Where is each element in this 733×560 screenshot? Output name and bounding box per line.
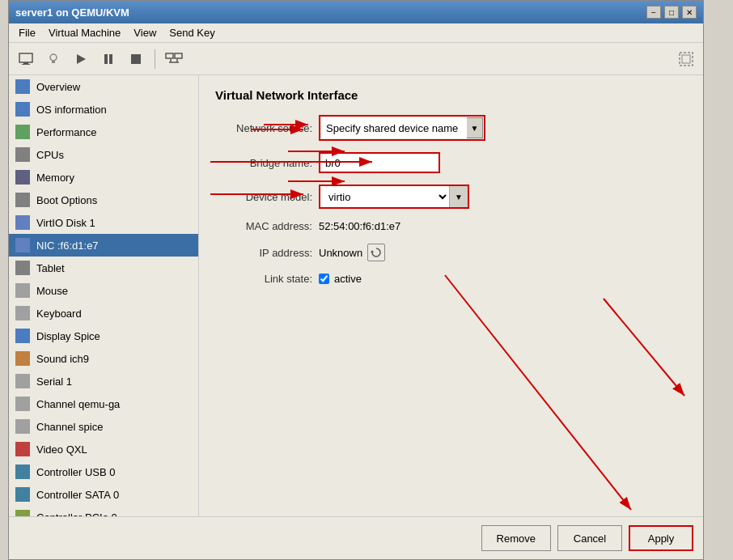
toolbar-info-button[interactable] (41, 48, 66, 70)
toolbar-play-button[interactable] (69, 48, 93, 70)
overview-icon (15, 79, 30, 94)
sata-icon (15, 487, 30, 502)
remove-button[interactable]: Remove (481, 525, 551, 551)
svg-marker-16 (371, 250, 374, 252)
network-source-dropdown-btn[interactable]: ▼ (467, 117, 483, 138)
channel-qemu-icon (15, 397, 30, 411)
keyboard-icon (15, 306, 30, 320)
close-button[interactable]: ✕ (682, 6, 697, 19)
bridge-name-label: Bridge name: (215, 157, 312, 169)
sound-icon (15, 351, 30, 366)
sidebar-item-overview[interactable]: Overview (9, 75, 198, 98)
performance-icon (15, 125, 30, 139)
svg-rect-6 (104, 54, 108, 64)
sidebar-label-serial: Serial 1 (36, 375, 72, 388)
toolbar-stop-button[interactable] (124, 48, 148, 70)
sidebar-item-tablet[interactable]: Tablet (9, 257, 198, 279)
sidebar-item-serial[interactable]: Serial 1 (9, 370, 198, 392)
link-state-row: Link state: active (215, 273, 687, 285)
link-state-container: active (319, 273, 362, 285)
sidebar-item-channel-spice[interactable]: Channel spice (9, 415, 198, 438)
sidebar-label-cpus: CPUs (36, 149, 64, 161)
sidebar-label-boot: Boot Options (36, 194, 97, 206)
maximize-button[interactable]: □ (664, 6, 679, 19)
apply-button[interactable]: Apply (629, 525, 693, 551)
minimize-button[interactable]: − (646, 6, 661, 19)
mac-address-label: MAC address: (215, 220, 312, 232)
display-icon (15, 329, 30, 343)
device-model-label: Device model: (215, 191, 312, 203)
sidebar-item-performance[interactable]: Performance (9, 121, 198, 143)
sidebar-item-controller-sata[interactable]: Controller SATA 0 (9, 483, 198, 506)
content-area: Virtual Network Interface Network source… (199, 75, 703, 516)
window-title: server1 on QEMU/KVM (15, 6, 129, 19)
device-model-dropdown-btn[interactable]: ▼ (450, 186, 468, 207)
sidebar-item-boot-options[interactable]: Boot Options (9, 189, 198, 211)
device-model-select[interactable]: virtio (320, 186, 450, 207)
lightbulb-icon (46, 52, 61, 66)
link-state-checkbox[interactable] (319, 274, 329, 284)
menu-view[interactable]: View (127, 25, 163, 40)
video-icon (15, 442, 30, 456)
svg-line-20 (604, 299, 684, 396)
sidebar-label-video: Video QXL (36, 443, 87, 456)
svg-point-3 (50, 54, 57, 61)
cancel-button[interactable]: Cancel (557, 525, 622, 551)
svg-rect-14 (680, 53, 693, 66)
pause-icon (103, 53, 114, 65)
toolbar-pause-button[interactable] (96, 48, 121, 70)
nic-icon (15, 238, 30, 252)
ip-refresh-button[interactable] (367, 244, 385, 261)
toolbar-monitor-button[interactable] (14, 48, 38, 70)
usb-icon (15, 465, 30, 479)
sidebar-label-display: Display Spice (36, 330, 100, 342)
toolbar-migrate-button[interactable] (162, 48, 186, 70)
svg-rect-8 (131, 54, 141, 64)
menu-file[interactable]: File (12, 25, 42, 40)
svg-rect-10 (175, 53, 182, 58)
mac-address-row: MAC address: 52:54:00:f6:d1:e7 (215, 220, 687, 232)
sidebar-item-controller-usb[interactable]: Controller USB 0 (9, 460, 198, 483)
toolbar-fullscreen-button[interactable] (674, 48, 698, 70)
sidebar-item-mouse[interactable]: Mouse (9, 279, 198, 302)
sidebar-item-channel-qemu[interactable]: Channel qemu-ga (9, 392, 198, 415)
device-model-container: virtio ▼ (319, 185, 469, 209)
svg-rect-9 (166, 53, 173, 58)
bridge-name-row: Bridge name: (215, 152, 687, 173)
sidebar-item-display-spice[interactable]: Display Spice (9, 325, 198, 347)
sidebar-item-nic[interactable]: NIC :f6:d1:e7 (9, 234, 198, 257)
bottom-bar: Remove Cancel Apply (9, 516, 703, 559)
sidebar-label-overview: Overview (36, 81, 80, 93)
sidebar-item-virtio-disk[interactable]: VirtIO Disk 1 (9, 211, 198, 234)
sidebar-item-controller-pcie[interactable]: Controller PCIe 0 (9, 506, 198, 516)
sidebar-item-os-info[interactable]: OS information (9, 98, 198, 121)
svg-rect-4 (52, 61, 55, 63)
menu-virtual-machine[interactable]: Virtual Machine (42, 25, 127, 40)
fullscreen-icon (679, 52, 693, 66)
link-state-label: Link state: (215, 273, 312, 285)
play-icon (75, 53, 87, 65)
channel-spice-icon (15, 419, 30, 434)
sidebar-label-sound: Sound ich9 (36, 353, 89, 365)
sidebar-item-video-qxl[interactable]: Video QXL (9, 438, 198, 460)
device-model-row: Device model: virtio ▼ (215, 185, 687, 209)
sidebar: Overview OS information Performance CPUs… (9, 75, 199, 516)
menu-send-key[interactable]: Send Key (163, 25, 221, 40)
content-wrapper: Virtual Network Interface Network source… (215, 88, 687, 285)
sidebar-item-sound[interactable]: Sound ich9 (9, 347, 198, 370)
menu-bar: File Virtual Machine View Send Key (9, 23, 703, 43)
sidebar-item-memory[interactable]: Memory (9, 166, 198, 189)
sidebar-item-cpus[interactable]: CPUs (9, 143, 198, 166)
bridge-name-input[interactable] (319, 152, 440, 173)
sidebar-label-keyboard: Keyboard (36, 308, 82, 320)
network-source-select[interactable]: Specify shared device name (321, 117, 467, 138)
sidebar-label-sata: Controller SATA 0 (36, 489, 119, 501)
sidebar-label-nic: NIC :f6:d1:e7 (36, 240, 99, 252)
pcie-icon (15, 510, 30, 516)
sidebar-label-os-info: OS information (36, 104, 107, 116)
toolbar (9, 43, 703, 75)
sidebar-item-keyboard[interactable]: Keyboard (9, 302, 198, 325)
network-source-dropdown-container: Specify shared device name ▼ (319, 115, 485, 141)
sidebar-label-channel-qemu: Channel qemu-ga (36, 398, 120, 410)
svg-marker-5 (77, 54, 86, 64)
